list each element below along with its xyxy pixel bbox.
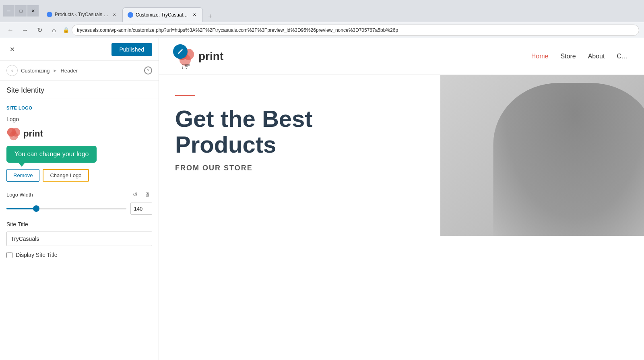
- tab-favicon-2: [128, 12, 133, 18]
- tab-close-1[interactable]: ✕: [111, 11, 118, 18]
- home-button[interactable]: ⌂: [48, 25, 60, 36]
- hero-person-silhouette: [493, 83, 644, 236]
- preview-iframe: ☞ print Home Store About C…: [159, 38, 644, 360]
- breadcrumb-section: Header: [60, 68, 78, 74]
- address-input[interactable]: [72, 25, 639, 36]
- logo-width-input[interactable]: [130, 203, 152, 215]
- published-button[interactable]: Published: [111, 43, 153, 56]
- logo-width-device-button[interactable]: 🖥: [142, 190, 152, 199]
- hero-image: [440, 75, 644, 236]
- site-title-field: Site Title: [6, 221, 152, 246]
- logo-width-controls: ↺ 🖥: [130, 190, 152, 199]
- site-header: ☞ print Home Store About C…: [159, 38, 644, 75]
- logo-buttons: Remove Change Logo: [6, 169, 152, 182]
- close-window-button[interactable]: ✕: [27, 5, 39, 17]
- forward-button[interactable]: →: [19, 25, 31, 36]
- nav-about[interactable]: About: [588, 53, 605, 60]
- breadcrumb-customizing: Customizing: [21, 68, 50, 74]
- pencil-icon: [177, 48, 184, 55]
- edit-logo-overlay[interactable]: [173, 44, 188, 59]
- sidebar-content: SITE LOGO Logo print You: [0, 99, 159, 360]
- nav-store[interactable]: Store: [560, 53, 576, 60]
- tab-favicon-1: [47, 12, 52, 17]
- logo-preview: print: [6, 126, 152, 141]
- logo-preview-area: print You can change your logo: [6, 126, 152, 164]
- logo-field: Logo print You can change your logo: [6, 116, 152, 182]
- minimize-button[interactable]: ─: [3, 5, 14, 17]
- logo-width-label: Logo Width: [6, 192, 33, 198]
- customizer-sidebar: ✕ Published ‹ Customizing ► Header ? Sit…: [0, 38, 159, 360]
- logo-width-reset-button[interactable]: ↺: [130, 190, 140, 199]
- sidebar-top-actions: ✕ Published: [6, 43, 152, 56]
- logo-change-tooltip: You can change your logo: [6, 146, 97, 163]
- site-logo-area[interactable]: ☞ print: [175, 46, 223, 66]
- display-site-title-checkbox[interactable]: [6, 252, 12, 258]
- logo-width-header: Logo Width ↺ 🖥: [6, 190, 152, 199]
- hero-divider: [175, 95, 195, 96]
- main-layout: ✕ Published ‹ Customizing ► Header ? Sit…: [0, 38, 644, 360]
- site-title-input[interactable]: [6, 232, 152, 246]
- svg-point-2: [9, 132, 18, 141]
- sidebar-header: ✕ Published: [0, 38, 159, 61]
- customizing-breadcrumb: ‹ Customizing ► Header ?: [0, 61, 159, 81]
- site-logo-name: print: [198, 50, 223, 63]
- tab-products[interactable]: Products ‹ TryCasuals — WordPr… ✕: [42, 7, 122, 22]
- new-tab-button[interactable]: +: [204, 10, 216, 22]
- logo-text-preview: print: [23, 128, 43, 139]
- remove-logo-button[interactable]: Remove: [6, 169, 39, 182]
- nav-home[interactable]: Home: [531, 53, 549, 60]
- site-logo-section-label: SITE LOGO: [6, 106, 152, 110]
- breadcrumb-separator: ►: [53, 68, 58, 73]
- hero-subtitle: FROM OUR STORE: [175, 164, 434, 172]
- browser-chrome: ─ □ ✕ Products ‹ TryCasuals — WordPr… ✕ …: [0, 0, 644, 22]
- hero-content: Get the Best Products FROM OUR STORE: [159, 75, 450, 236]
- section-title: Site Identity: [0, 81, 159, 99]
- logo-width-slider[interactable]: [6, 208, 126, 209]
- nav-more[interactable]: C…: [617, 53, 628, 60]
- back-button[interactable]: ←: [5, 25, 16, 36]
- hero-title: Get the Best Products: [175, 106, 434, 157]
- maximize-button[interactable]: □: [15, 5, 27, 17]
- close-customizer-button[interactable]: ✕: [6, 44, 18, 55]
- address-bar: ← → ↻ ⌂ 🔒: [0, 22, 644, 38]
- refresh-button[interactable]: ↻: [34, 25, 45, 36]
- logo-width-section: Logo Width ↺ 🖥: [6, 190, 152, 215]
- display-site-title-row: Display Site Title: [6, 252, 152, 258]
- preview-area: ☞ print Home Store About C…: [159, 38, 644, 360]
- tab-customize[interactable]: Customize: TryCasuals – Just ano… ✕: [122, 7, 203, 22]
- back-to-customizer-button[interactable]: ‹: [6, 65, 18, 76]
- slider-row: [6, 203, 152, 215]
- display-site-title-label: Display Site Title: [16, 252, 57, 258]
- tab-title-2: Customize: TryCasuals – Just ano…: [136, 12, 189, 18]
- help-icon[interactable]: ?: [144, 66, 152, 74]
- logo-field-label: Logo: [6, 116, 152, 122]
- logo-icon: [6, 126, 21, 141]
- window-controls: ─ □ ✕: [3, 5, 39, 17]
- site-title-label: Site Title: [6, 221, 152, 228]
- change-logo-button[interactable]: Change Logo: [43, 169, 89, 182]
- tab-close-2[interactable]: ✕: [191, 12, 198, 18]
- hero-section: Get the Best Products FROM OUR STORE: [159, 75, 644, 236]
- site-nav: Home Store About C…: [531, 53, 628, 60]
- tabs-bar: Products ‹ TryCasuals — WordPr… ✕ Custom…: [42, 0, 641, 22]
- tab-title-1: Products ‹ TryCasuals — WordPr…: [55, 12, 109, 17]
